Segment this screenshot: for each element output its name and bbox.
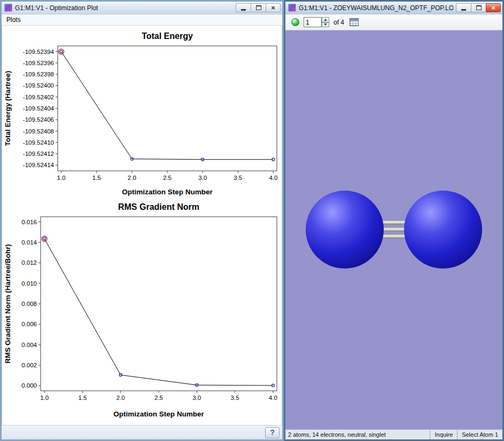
maximize-icon <box>476 5 482 10</box>
frame-spinner <box>322 17 329 27</box>
frame-table-button[interactable] <box>350 18 359 26</box>
window-controls: × <box>236 3 281 12</box>
svg-text:Total Energy (Hartree): Total Energy (Hartree) <box>4 71 12 146</box>
svg-text:2.5: 2.5 <box>154 395 163 401</box>
svg-text:0.012: 0.012 <box>21 259 37 266</box>
question-icon: ? <box>270 428 275 437</box>
svg-text:1.0: 1.0 <box>57 175 66 181</box>
molecule-view-window: G1:M1:V1 - ZOEYWAISUMLUNG_N2_OPTF_POP.LO… <box>284 0 504 441</box>
frame-total-label: of 4 <box>334 19 344 26</box>
svg-text:0.016: 0.016 <box>21 219 37 225</box>
maximize-button[interactable] <box>251 3 266 12</box>
close-button[interactable]: × <box>486 3 501 12</box>
svg-text:4.0: 4.0 <box>269 395 277 401</box>
svg-text:0.008: 0.008 <box>21 301 37 307</box>
svg-text:-109.52394: -109.52394 <box>23 49 55 55</box>
svg-text:2.0: 2.0 <box>117 395 125 401</box>
svg-text:3.5: 3.5 <box>234 175 242 181</box>
close-button[interactable]: × <box>266 3 281 12</box>
svg-text:2.0: 2.0 <box>128 175 136 181</box>
svg-text:3.5: 3.5 <box>231 395 239 401</box>
molecule-info: 2 atoms, 14 electrons, neutral, singlet <box>285 430 430 439</box>
frame-number-input[interactable] <box>304 17 322 27</box>
minimize-button[interactable] <box>456 3 471 12</box>
selection-indicator: Select Atom 1 <box>457 430 502 439</box>
svg-text:1.0: 1.0 <box>40 395 49 401</box>
close-icon: × <box>491 4 495 11</box>
active-file-icon[interactable] <box>291 18 299 26</box>
window-controls: × <box>456 3 501 12</box>
status-bar: 2 atoms, 14 electrons, neutral, singlet … <box>285 429 502 439</box>
svg-text:Optimization Step Number: Optimization Step Number <box>113 410 204 418</box>
svg-text:4.0: 4.0 <box>269 175 277 181</box>
close-icon: × <box>271 4 275 11</box>
svg-text:3.0: 3.0 <box>198 175 207 181</box>
svg-text:-109.52400: -109.52400 <box>23 82 54 89</box>
svg-text:Total Energy: Total Energy <box>142 32 193 41</box>
optimization-plot-window: G1:M1:V1 - Optimization Plot × Plots Tot… <box>0 0 284 441</box>
desktop: G1:M1:V1 - Optimization Plot × Plots Tot… <box>0 0 504 441</box>
svg-text:-109.52404: -109.52404 <box>23 105 55 112</box>
optimization-plot-titlebar[interactable]: G1:M1:V1 - Optimization Plot × <box>2 2 282 14</box>
svg-text:-109.52408: -109.52408 <box>23 128 54 135</box>
rms-gradient-chart[interactable]: RMS Gradient Norm1.01.52.02.53.03.54.00.… <box>2 199 282 421</box>
svg-text:2.5: 2.5 <box>163 175 172 181</box>
minimize-button[interactable] <box>236 3 251 12</box>
nitrogen-atom-2[interactable] <box>404 191 482 269</box>
svg-text:-109.52398: -109.52398 <box>23 71 54 77</box>
svg-text:-109.52406: -109.52406 <box>23 116 54 123</box>
maximize-button[interactable] <box>471 3 486 12</box>
svg-text:0.004: 0.004 <box>21 342 37 348</box>
svg-text:0.002: 0.002 <box>21 362 37 368</box>
svg-text:-109.52410: -109.52410 <box>23 139 54 146</box>
menu-plots[interactable]: Plots <box>2 15 26 25</box>
plot-panel: Total Energy1.01.52.02.53.03.54.0-109.52… <box>2 26 282 425</box>
svg-text:0.000: 0.000 <box>21 382 37 389</box>
spin-down-icon[interactable] <box>322 22 329 28</box>
bottom-bar: ? <box>2 425 282 439</box>
menu-bar: Plots <box>2 14 282 26</box>
help-button[interactable]: ? <box>265 427 280 438</box>
svg-text:0.010: 0.010 <box>21 280 37 287</box>
molecule-canvas[interactable] <box>285 30 502 429</box>
nitrogen-atom-1[interactable] <box>306 191 384 269</box>
svg-text:-109.52412: -109.52412 <box>23 151 54 157</box>
spin-up-icon[interactable] <box>322 17 329 22</box>
minimize-icon <box>461 9 466 11</box>
svg-text:-109.52402: -109.52402 <box>23 94 54 100</box>
svg-text:RMS Gradient Norm (Hartree/Boh: RMS Gradient Norm (Hartree/Bohr) <box>4 244 12 364</box>
maximize-icon <box>256 5 261 10</box>
svg-text:Optimization Step Number: Optimization Step Number <box>122 188 213 196</box>
svg-text:1.5: 1.5 <box>78 395 87 401</box>
app-icon <box>4 4 12 12</box>
svg-text:-109.52414: -109.52414 <box>23 162 55 168</box>
frame-toolbar: of 4 <box>285 14 502 30</box>
minimize-icon <box>241 9 246 11</box>
window-title: G1:M1:V1 - Optimization Plot <box>15 4 233 12</box>
mode-indicator: Inquire <box>430 430 457 439</box>
total-energy-chart[interactable]: Total Energy1.01.52.02.53.03.54.0-109.52… <box>2 27 282 199</box>
molecule-view-titlebar[interactable]: G1:M1:V1 - ZOEYWAISUMLUNG_N2_OPTF_POP.LO… <box>285 2 502 14</box>
svg-text:-109.52396: -109.52396 <box>23 60 54 66</box>
app-icon <box>288 4 296 12</box>
svg-text:0.006: 0.006 <box>21 321 37 327</box>
window-title: G1:M1:V1 - ZOEYWAISUMLUNG_N2_OPTF_POP.LO… <box>299 4 453 12</box>
svg-text:1.5: 1.5 <box>92 175 101 181</box>
svg-text:3.0: 3.0 <box>192 395 201 401</box>
svg-text:RMS Gradient Norm: RMS Gradient Norm <box>118 202 199 211</box>
svg-text:0.014: 0.014 <box>21 239 37 246</box>
